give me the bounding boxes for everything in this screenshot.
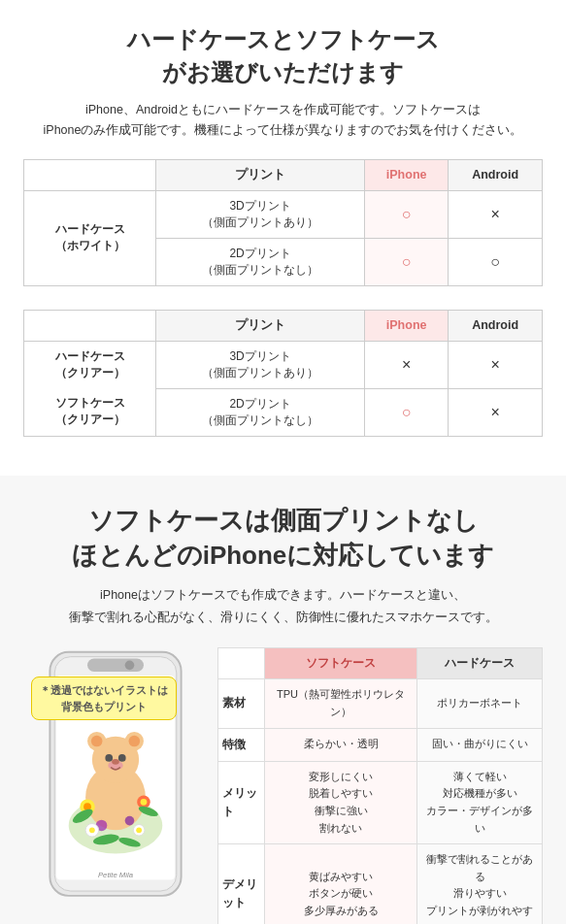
comp-soft-material: TPU（熱可塑性ポリウレタン） <box>265 679 417 728</box>
svg-point-25 <box>136 828 142 834</box>
sticker-note: ＊透過ではないイラストは 背景色もプリント <box>31 676 177 720</box>
section2-desc: iPhoneはソフトケースでも作成できます。ハードケースと違い、 衝撃で割れる心… <box>23 584 543 628</box>
table1-header-print: プリント <box>156 159 365 190</box>
comp-row-material: 素材 TPU（熱可塑性ポリウレタン） ポリカーボネート <box>218 679 543 728</box>
table2-row1-android: × <box>449 341 543 388</box>
table1-wrap: プリント iPhone Android ハードケース（ホワイト） 3Dプリント（… <box>23 159 543 286</box>
comp-soft-demerit: 黄ばみやすい ボタンが硬い 多少厚みがある <box>265 844 417 924</box>
table2-row2-android: × <box>449 388 543 436</box>
comp-row-demerit: デメリット 黄ばみやすい ボタンが硬い 多少厚みがある 衝撃で割れることがある … <box>218 844 543 924</box>
table1-left-label: ハードケース（ホワイト） <box>24 190 156 285</box>
table2-header-print: プリント <box>156 310 365 341</box>
svg-point-4 <box>125 661 135 671</box>
section1-title: ハードケースとソフトケース がお選びいただけます <box>23 23 543 88</box>
comp-soft-feature: 柔らかい・透明 <box>265 728 417 761</box>
comparison-area: ＊透過ではないイラストは 背景色もプリント <box>23 647 543 924</box>
comp-table: ソフトケース ハードケース 素材 TPU（熱可塑性ポリウレタン） ポリカーボネー… <box>217 647 543 924</box>
phone-area: ＊透過ではないイラストは 背景色もプリント <box>23 647 217 924</box>
svg-point-19 <box>141 799 148 806</box>
svg-rect-3 <box>87 659 144 673</box>
comp-label-merit: メリット <box>218 761 265 843</box>
table1-row2-print: 2Dプリント（側面プリントなし） <box>156 238 365 285</box>
table1-header-iphone: iPhone <box>364 159 448 190</box>
table2-row2-iphone: ○ <box>364 388 448 436</box>
comp-hard-feature: 固い・曲がりにくい <box>417 728 543 761</box>
section1: ハードケースとソフトケース がお選びいただけます iPhone、Androidと… <box>0 0 566 476</box>
comp-row-feature: 特徴 柔らかい・透明 固い・曲がりにくい <box>218 728 543 761</box>
section2: ソフトケースは側面プリントなし ほとんどのiPhoneに対応しています iPho… <box>0 476 566 924</box>
table2-header-iphone: iPhone <box>364 310 448 341</box>
comp-header-soft: ソフトケース <box>265 648 417 679</box>
comp-label-material: 素材 <box>218 679 265 728</box>
section1-desc: iPhone、Androidともにハードケースを作成可能です。ソフトケースは i… <box>23 100 543 142</box>
comp-label-demerit: デメリット <box>218 844 265 924</box>
comp-hard-material: ポリカーボネート <box>417 679 543 728</box>
table2: プリント iPhone Android ハードケース（クリアー）ソフトケース（ク… <box>23 310 543 437</box>
svg-point-21 <box>125 816 135 826</box>
comp-label-feature: 特徴 <box>218 728 265 761</box>
svg-point-13 <box>118 755 126 763</box>
svg-point-23 <box>89 828 95 834</box>
svg-point-15 <box>112 759 119 765</box>
svg-point-12 <box>105 755 113 763</box>
table2-header-android: Android <box>449 310 543 341</box>
table1-header-android: Android <box>449 159 543 190</box>
table1-row1-android: × <box>449 190 543 238</box>
table1-row2-android: ○ <box>449 238 543 285</box>
table2-row2-print: 2Dプリント（側面プリントなし） <box>156 388 365 436</box>
table1-row1-iphone: ○ <box>364 190 448 238</box>
table1-row2-iphone: ○ <box>364 238 448 285</box>
table2-left-label1: ハードケース（クリアー）ソフトケース（クリアー） <box>24 341 156 436</box>
comp-hard-merit: 薄くて軽い 対応機種が多い カラー・デザインが多い <box>417 761 543 843</box>
comp-row-merit: メリット 変形しにくい 脱着しやすい 衝撃に強い 割れない 薄くて軽い 対応機種… <box>218 761 543 843</box>
svg-text:Petite Mila: Petite Mila <box>98 871 134 879</box>
comp-header-hard: ハードケース <box>417 648 543 679</box>
table2-row1-iphone: × <box>364 341 448 388</box>
table2-wrap: プリント iPhone Android ハードケース（クリアー）ソフトケース（ク… <box>23 310 543 437</box>
section2-title: ソフトケースは側面プリントなし ほとんどのiPhoneに対応しています <box>23 503 543 574</box>
comp-table-wrap: ソフトケース ハードケース 素材 TPU（熱可塑性ポリウレタン） ポリカーボネー… <box>217 647 543 924</box>
table1: プリント iPhone Android ハードケース（ホワイト） 3Dプリント（… <box>23 159 543 286</box>
comp-hard-demerit: 衝撃で割れることがある 滑りやすい プリントが剥がれやすい <box>417 844 543 924</box>
comp-soft-merit: 変形しにくい 脱着しやすい 衝撃に強い 割れない <box>265 761 417 843</box>
svg-point-11 <box>129 736 141 747</box>
table2-row1-print: 3Dプリント（側面プリントあり） <box>156 341 365 388</box>
table1-row1-print: 3Dプリント（側面プリントあり） <box>156 190 365 238</box>
svg-point-9 <box>91 736 103 747</box>
